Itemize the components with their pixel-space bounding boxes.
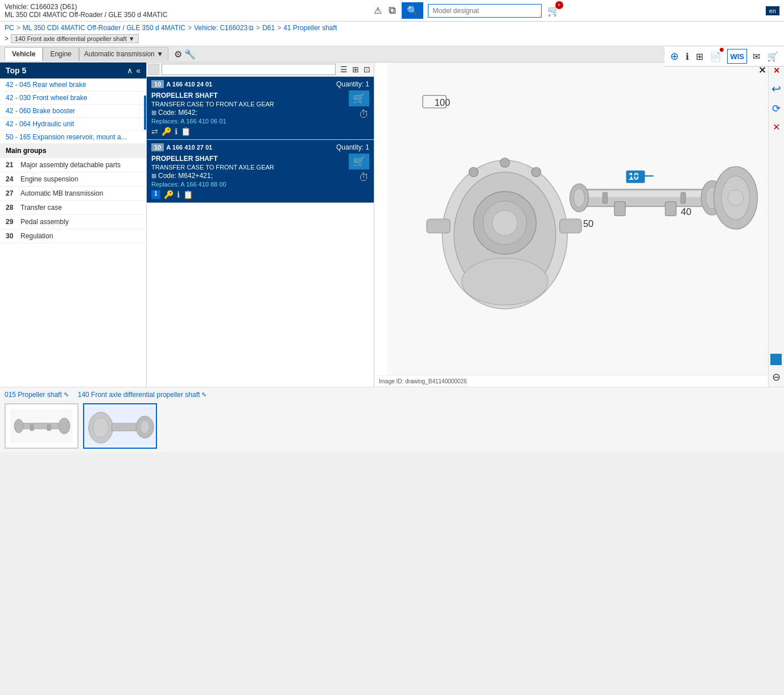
grid-view-btn[interactable]: ⊞ [350, 64, 361, 75]
filter-btn[interactable]: ⊞ [695, 49, 704, 64]
diagram-rotate-btn[interactable]: ↩ [770, 81, 782, 97]
svg-point-12 [462, 258, 548, 305]
part-1-doc-btn[interactable]: 📋 [181, 127, 191, 136]
part-2-key-btn[interactable]: 🔑 [164, 190, 174, 199]
wrench-icon-btn[interactable]: 🔧 [183, 47, 197, 61]
part-2-clock-btn[interactable]: ⏱ [359, 172, 369, 184]
thumbnails-row [5, 403, 779, 449]
sidebar-content: 42 - 045 Rear wheel brake 42 - 030 Front… [0, 78, 146, 387]
sidebar-item-group-21[interactable]: 21 Major assembly detachable parts [0, 158, 146, 172]
part-2-actions: 1 🔑 ℹ 📋 [151, 190, 274, 199]
svg-point-45 [141, 420, 150, 433]
svg-text:50: 50 [583, 218, 593, 229]
part-2-doc-btn[interactable]: 📋 [183, 190, 193, 199]
breadcrumb: PC > ML 350 CDI 4MATIC Off-Roader / GLE … [0, 22, 784, 46]
sidebar: Top 5 ∧ « 42 - 045 Rear wheel brake 42 -… [0, 63, 147, 387]
svg-point-26 [728, 190, 744, 206]
gear-icon-btn[interactable]: ⚙ [173, 47, 183, 61]
diagram-3d-btn[interactable]: ⟳ [771, 101, 782, 116]
sidebar-item-group-27[interactable]: 27 Automatic MB transmission [0, 187, 146, 201]
part-2-number: A 166 410 27 01 [166, 144, 212, 151]
part-item-1[interactable]: 10 A 166 410 24 01 Quantity: 1 PROPELLER… [147, 77, 374, 140]
list-view-btn[interactable]: ☰ [338, 64, 350, 75]
part-1-cart-btn[interactable]: 🛒 [349, 90, 369, 106]
part-1-replaces[interactable]: Replaces: A 166 410 06 01 [151, 118, 274, 125]
sidebar-item-top5-4[interactable]: 42 - 064 Hydraulic unit [0, 118, 146, 131]
thumbnails-section: 015 Propeller shaft ✎ 140 Front axle dif… [0, 387, 784, 452]
front-axle-dropdown[interactable]: 140 Front axle differential propeller sh… [11, 34, 139, 43]
svg-rect-14 [560, 219, 582, 233]
search-icon-btn[interactable]: 🔍 [402, 2, 423, 19]
breadcrumb-vehicle[interactable]: Vehicle: C166023 [194, 24, 247, 32]
svg-point-37 [59, 418, 70, 434]
expand-btn[interactable]: ⊡ [361, 64, 373, 75]
part-1-qty: Quantity: 1 [336, 80, 369, 88]
part-2-blue-pill: 1 [151, 190, 160, 199]
svg-point-11 [492, 210, 517, 235]
tab-vehicle[interactable]: Vehicle [5, 47, 43, 61]
doc-btn[interactable]: 📄 [709, 49, 723, 64]
wis-btn[interactable]: WIS [727, 49, 747, 64]
part-item-2[interactable]: 10 A 166 410 27 01 Quantity: 1 PROPELLER… [147, 140, 374, 203]
header-search-input[interactable] [428, 4, 542, 18]
info-btn[interactable]: ℹ [684, 49, 690, 64]
part-1-number: A 166 410 24 01 [166, 81, 212, 88]
toolbar-cart-btn[interactable]: 🛒 [766, 49, 779, 64]
parts-search-input[interactable] [162, 64, 336, 75]
thumb-item-1[interactable] [5, 403, 79, 449]
part-2-replaces[interactable]: Replaces: A 166 410 88 00 [151, 181, 274, 188]
vehicle-id: Vehicle: C166023 (D61) [5, 3, 167, 11]
tab-engine[interactable]: Engine [43, 47, 79, 61]
part-2-info-btn[interactable]: ℹ [177, 190, 180, 199]
scroll-indicator [144, 96, 146, 130]
mail-btn[interactable]: ✉ [752, 49, 761, 64]
breadcrumb-model[interactable]: ML 350 CDI 4MATIC Off-Roader / GLE 350 d… [23, 24, 185, 32]
part-1-key-btn[interactable]: 🔑 [162, 127, 171, 136]
sidebar-item-group-29[interactable]: 29 Pedal assembly [0, 215, 146, 229]
thumb-label-1[interactable]: 015 Propeller shaft ✎ [5, 391, 69, 399]
right-toolbar: ⊕ ℹ ⊞ 📄 WIS ✉ 🛒 [665, 47, 784, 67]
thumb-edit-icon-1[interactable]: ✎ [64, 391, 69, 399]
center-nav-prev[interactable] [148, 64, 159, 75]
warning-icon-btn[interactable]: ⚠ [373, 4, 383, 17]
breadcrumb-d61[interactable]: D61 [262, 24, 275, 32]
sidebar-double-collapse-btn[interactable]: « [136, 66, 141, 75]
zoom-in-btn[interactable]: ⊕ [669, 49, 680, 64]
svg-text:40: 40 [681, 206, 691, 217]
sidebar-header: Top 5 ∧ « [0, 63, 146, 78]
diagram-close-x-btn[interactable]: ✕ [772, 65, 781, 76]
diagram-area: 100 10 40 50 [374, 63, 784, 375]
part-2-cart-btn[interactable]: 🛒 [349, 154, 369, 169]
sidebar-item-top5-1[interactable]: 42 - 045 Rear wheel brake [0, 78, 146, 92]
thumb-img-1 [6, 404, 77, 448]
svg-point-36 [14, 419, 23, 433]
sidebar-item-top5-5[interactable]: 50 - 165 Expansion reservoir, mount a... [0, 131, 146, 144]
sidebar-item-group-30[interactable]: 30 Regulation [0, 229, 146, 243]
part-2-top: 10 A 166 410 27 01 Quantity: 1 [151, 143, 369, 151]
diagram-x-btn[interactable]: ✕ [771, 121, 781, 134]
sidebar-item-top5-3[interactable]: 42 - 060 Brake booster [0, 105, 146, 118]
part-1-clock-btn[interactable]: ⏱ [359, 109, 369, 121]
part-1-pos: 10 [151, 80, 164, 88]
diagram-zoom-out-btn[interactable]: ⊖ [771, 370, 782, 384]
copy-vehicle-icon[interactable]: ⧉ [249, 24, 254, 32]
part-2-qty: Quantity: 1 [336, 143, 369, 151]
copy-icon-btn[interactable]: ⧉ [387, 3, 397, 18]
tab-transmission[interactable]: Automatic transmission ▼ [79, 47, 168, 61]
parts-list: 10 A 166 410 24 01 Quantity: 1 PROPELLER… [147, 77, 374, 387]
header: Vehicle: C166023 (D61) ML 350 CDI 4MATIC… [0, 0, 784, 22]
thumb-edit-icon-2[interactable]: ✎ [201, 391, 207, 399]
part-1-exchange-btn[interactable]: ⇄ [151, 127, 158, 136]
sidebar-collapse-btn[interactable]: ∧ [127, 66, 133, 75]
sidebar-item-group-24[interactable]: 24 Engine suspension [0, 172, 146, 187]
center-panel: ☰ ⊞ ⊡ 10 A 166 410 24 01 Quantity: 1 [147, 63, 374, 387]
thumb-label-2[interactable]: 140 Front axle differential propeller sh… [78, 391, 207, 399]
part-1-info-btn[interactable]: ℹ [175, 127, 178, 136]
sidebar-header-icons: ∧ « [127, 66, 141, 75]
sidebar-item-group-28[interactable]: 28 Transfer case [0, 201, 146, 215]
sidebar-item-top5-2[interactable]: 42 - 030 Front wheel brake [0, 92, 146, 105]
breadcrumb-subrow: > 140 Front axle differential propeller … [5, 34, 779, 43]
breadcrumb-pc[interactable]: PC [5, 24, 14, 32]
breadcrumb-propeller[interactable]: 41 Propeller shaft [283, 24, 337, 32]
thumb-item-2[interactable] [83, 403, 157, 449]
